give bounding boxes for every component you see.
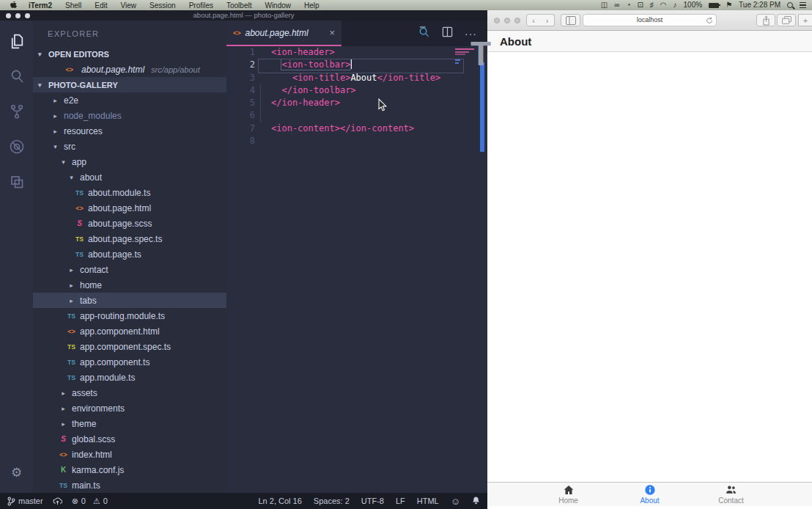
- zoom-window-button[interactable]: [514, 18, 520, 23]
- eol-status[interactable]: LF: [396, 497, 405, 505]
- tree-item-environments[interactable]: ▸environments: [33, 400, 226, 416]
- address-bar[interactable]: localhost: [583, 14, 717, 26]
- notifications-bell-icon[interactable]: [472, 496, 480, 506]
- menu-iterm2[interactable]: iTerm2: [22, 1, 59, 10]
- tree-item-about.module.ts[interactable]: TSabout.module.ts: [33, 185, 226, 200]
- sidebar-toggle-icon[interactable]: [561, 14, 580, 26]
- menu-view[interactable]: View: [114, 1, 144, 10]
- volume-icon[interactable]: ♪: [673, 0, 677, 10]
- minimize-window-button[interactable]: [15, 13, 21, 18]
- tree-item-tabs[interactable]: ▸tabs: [33, 293, 226, 308]
- tree-item-src[interactable]: ▾src: [33, 139, 226, 154]
- menu-session[interactable]: Session: [143, 1, 182, 10]
- encoding-status[interactable]: UTF-8: [361, 497, 384, 505]
- new-tab-button[interactable]: +: [798, 14, 812, 26]
- close-window-button[interactable]: [494, 18, 500, 23]
- tree-item-resources[interactable]: ▸resources: [33, 123, 226, 139]
- tree-item-about.page.scss[interactable]: Sabout.page.scss: [33, 216, 226, 231]
- input-source-icon[interactable]: ⚑: [726, 0, 732, 10]
- back-button[interactable]: ‹: [526, 14, 541, 26]
- tree-item-app.component.html[interactable]: <>app.component.html: [33, 323, 226, 339]
- tree-item-assets[interactable]: ▸assets: [33, 385, 226, 400]
- project-section-header[interactable]: ▾ PHOTO-GALLERY: [33, 77, 226, 92]
- tab-home[interactable]: Home: [528, 483, 609, 506]
- debug-icon[interactable]: [7, 136, 27, 157]
- menu-edit[interactable]: Edit: [88, 1, 114, 10]
- tab-about[interactable]: About: [609, 483, 690, 506]
- dongle-icon[interactable]: ♯: [650, 0, 654, 10]
- wifi-icon[interactable]: ◠: [660, 0, 667, 10]
- zoom-window-button[interactable]: [25, 13, 30, 18]
- tree-item-karma.conf.js[interactable]: Kkarma.conf.js: [33, 462, 226, 477]
- tree-item-app.component.spec.ts[interactable]: TSapp.component.spec.ts: [33, 339, 226, 354]
- tree-item-contact[interactable]: ▸contact: [33, 262, 226, 277]
- forward-button[interactable]: ›: [540, 14, 555, 26]
- close-icon[interactable]: ×: [329, 27, 335, 38]
- tree-item-main.ts[interactable]: TSmain.ts: [33, 477, 226, 493]
- menu-help[interactable]: Help: [298, 1, 326, 10]
- problems-status[interactable]: ⊗ 0 ⚠ 0: [72, 497, 108, 506]
- tree-item-about.page.ts[interactable]: TSabout.page.ts: [33, 246, 226, 262]
- apple-menu-icon[interactable]: [6, 1, 22, 10]
- tree-item-node_modules[interactable]: ▸node_modules: [33, 108, 226, 123]
- tree-item-global.scss[interactable]: Sglobal.scss: [33, 431, 226, 447]
- tree-item-app-routing.module.ts[interactable]: TSapp-routing.module.ts: [33, 308, 226, 323]
- code-line-6[interactable]: 6: [226, 109, 487, 122]
- vscode-titlebar[interactable]: about.page.html — photo-gallery: [0, 10, 487, 21]
- menu-shell[interactable]: Shell: [59, 1, 88, 10]
- publish-changes-icon[interactable]: [53, 497, 62, 505]
- menu-toolbelt[interactable]: Toolbelt: [220, 1, 258, 10]
- git-branch-status[interactable]: master: [7, 497, 43, 506]
- open-editors-header[interactable]: ▾ OPEN EDITORS: [33, 47, 226, 62]
- feedback-smiley-icon[interactable]: ☺: [451, 496, 460, 507]
- tab-overview-icon[interactable]: [777, 14, 796, 26]
- tree-item-about.page.html[interactable]: <>about.page.html: [33, 200, 226, 216]
- code-line-3[interactable]: 3 <ion-title>About</ion-title>: [226, 72, 487, 84]
- tree-item-app.module.ts[interactable]: TSapp.module.ts: [33, 370, 226, 385]
- open-preview-icon[interactable]: [418, 26, 430, 41]
- tree-item-about[interactable]: ▾about: [33, 169, 226, 185]
- code-line-text: <ion-content></ion-content>: [271, 122, 414, 135]
- minimize-window-button[interactable]: [504, 18, 510, 23]
- code-editor[interactable]: 1<ion-header>2 <ion-toolbar>3 <ion-title…: [226, 46, 487, 493]
- share-icon[interactable]: [756, 14, 775, 26]
- settings-gear-icon[interactable]: ⚙: [7, 462, 27, 483]
- scrollbar-decoration[interactable]: [480, 62, 484, 152]
- cursor-position-status[interactable]: Ln 2, Col 16: [259, 497, 302, 505]
- indentation-status[interactable]: Spaces: 2: [314, 497, 350, 505]
- explorer-icon[interactable]: [7, 31, 27, 51]
- text-cursor: [350, 59, 352, 69]
- code-line-8[interactable]: 8: [226, 135, 487, 147]
- code-line-2[interactable]: 2 <ion-toolbar>: [226, 59, 487, 71]
- search-icon[interactable]: [7, 66, 27, 87]
- tree-item-theme[interactable]: ▸theme: [33, 416, 226, 431]
- notification-center-icon[interactable]: [800, 2, 806, 8]
- menu-bar-clock[interactable]: Tue 2:28 PM: [739, 0, 780, 10]
- display-icon[interactable]: ⊡: [637, 0, 643, 10]
- tree-item-index.html[interactable]: <>index.html: [33, 447, 226, 462]
- code-line-1[interactable]: 1<ion-header>: [226, 46, 487, 59]
- source-control-icon[interactable]: [7, 101, 27, 122]
- code-line-5[interactable]: 5</ion-header>: [226, 97, 487, 109]
- extensions-icon[interactable]: [7, 172, 27, 192]
- menu-window[interactable]: Window: [258, 1, 298, 10]
- split-editor-icon[interactable]: [442, 26, 453, 40]
- tab-contact[interactable]: Contact: [690, 483, 772, 506]
- close-window-button[interactable]: [6, 13, 11, 18]
- menu-profiles[interactable]: Profiles: [182, 1, 220, 10]
- tree-item-about.page.spec.ts[interactable]: TSabout.page.spec.ts: [33, 231, 226, 246]
- spotlight-search-icon[interactable]: [787, 2, 793, 8]
- clock-circle-icon[interactable]: ◔: [626, 0, 630, 10]
- open-editor-item[interactable]: <> about.page.html src/app/about: [33, 62, 226, 77]
- tree-item-app[interactable]: ▾app: [33, 154, 226, 169]
- tab-about-page-html[interactable]: <> about.page.html ×: [226, 21, 342, 46]
- glasses-icon[interactable]: ∞: [614, 0, 619, 10]
- window-icon[interactable]: ◫: [601, 0, 608, 10]
- language-mode-status[interactable]: HTML: [417, 497, 439, 505]
- reload-icon[interactable]: [706, 17, 713, 28]
- tree-item-home[interactable]: ▸home: [33, 277, 226, 293]
- code-line-7[interactable]: 7<ion-content></ion-content>: [226, 122, 487, 135]
- code-line-4[interactable]: 4 </ion-toolbar>: [226, 84, 487, 97]
- tree-item-app.component.ts[interactable]: TSapp.component.ts: [33, 354, 226, 370]
- tree-item-e2e[interactable]: ▸e2e: [33, 92, 226, 108]
